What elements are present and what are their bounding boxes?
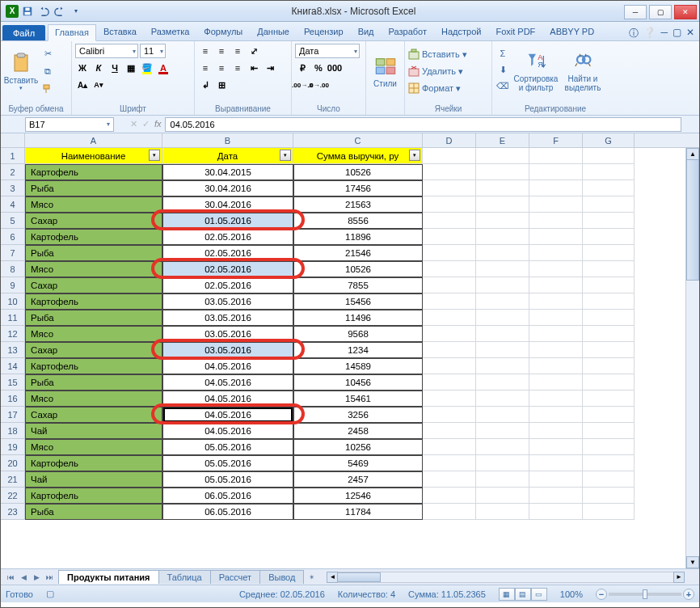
empty-cell[interactable] [476,504,529,520]
empty-cell[interactable] [423,455,476,471]
empty-cell[interactable] [583,423,635,439]
cell[interactable]: 15461 [293,391,423,407]
cell[interactable]: 1234 [293,342,423,358]
vertical-scrollbar[interactable] [685,148,699,568]
cell[interactable]: 04.05.2016 [162,374,293,391]
cell[interactable]: Мясо [25,391,162,407]
empty-cell[interactable] [583,245,635,261]
cancel-formula-icon[interactable]: ✕ [130,119,137,129]
empty-cell[interactable] [583,342,635,358]
tab-надстрой[interactable]: Надстрой [434,23,488,40]
cell[interactable]: Картофель [25,164,162,180]
col-header-F[interactable]: F [529,133,583,147]
row-header[interactable]: 22 [1,488,25,504]
format-cells-button[interactable]: Формат ▾ [408,80,461,96]
filter-dropdown-icon[interactable]: ▾ [409,150,420,161]
empty-cell[interactable] [423,196,476,213]
col-header-G[interactable]: G [583,133,635,147]
qat-more[interactable]: ▾ [69,4,83,19]
tab-разметка[interactable]: Разметка [144,23,197,40]
row-header[interactable]: 11 [1,310,25,326]
col-header-D[interactable]: D [423,133,476,147]
cell[interactable]: Рыба [25,374,162,391]
increase-font-button[interactable]: A▴ [75,78,90,92]
cell[interactable]: 3256 [293,407,423,423]
empty-cell[interactable] [476,358,529,374]
empty-cell[interactable] [583,455,635,471]
fill-button[interactable]: ⬇ [495,62,510,77]
align-bottom-button[interactable]: ≡ [230,44,245,58]
underline-button[interactable]: Ч [108,61,122,75]
empty-cell[interactable] [529,326,583,342]
empty-cell[interactable] [476,326,529,342]
empty-cell[interactable] [583,374,635,391]
cell[interactable]: 17456 [293,180,423,196]
cell[interactable]: 06.05.2016 [162,488,293,504]
maximize-button[interactable]: ▢ [649,5,672,19]
save-button[interactable] [20,4,35,19]
zoom-in-button[interactable]: + [683,589,694,600]
cell[interactable]: Мясо [25,261,162,277]
cell[interactable]: Картофель [25,455,162,471]
cell[interactable]: 30.04.2016 [162,180,293,196]
row-header[interactable]: 14 [1,358,25,374]
cell[interactable]: 04.05.2016 [162,423,293,439]
sheet-tab[interactable]: Продукты питания [58,570,159,584]
tab-вставка[interactable]: Вставка [96,23,144,40]
cell[interactable]: Сахар [25,407,162,423]
table-header-cell[interactable]: Наименование▾ [25,148,162,164]
tab-главная[interactable]: Главная [48,24,96,41]
cell[interactable]: 30.04.2015 [162,164,293,180]
row-header[interactable]: 17 [1,407,25,423]
cell[interactable]: 02.05.2016 [162,245,293,261]
paste-button[interactable]: Вставить▾ [4,44,38,99]
cell[interactable]: 10526 [293,164,423,180]
help-minimize-icon[interactable]: ⓘ [629,27,639,40]
row-header[interactable]: 18 [1,423,25,439]
cell[interactable]: 5469 [293,455,423,471]
row-header[interactable]: 13 [1,342,25,358]
row-header[interactable]: 12 [1,326,25,342]
empty-cell[interactable] [423,148,476,164]
empty-cell[interactable] [529,277,583,293]
empty-cell[interactable] [529,180,583,196]
cell[interactable]: Картофель [25,229,162,245]
empty-cell[interactable] [476,245,529,261]
sort-filter-button[interactable]: АЯ Сортировка и фильтр [512,44,559,99]
row-header[interactable]: 23 [1,504,25,520]
format-painter-button[interactable] [40,82,55,96]
cell[interactable]: 12546 [293,488,423,504]
empty-cell[interactable] [476,439,529,455]
cell[interactable]: 14589 [293,358,423,374]
empty-cell[interactable] [529,245,583,261]
empty-cell[interactable] [529,229,583,245]
empty-cell[interactable] [423,180,476,196]
doc-restore[interactable]: ▢ [673,27,681,40]
empty-cell[interactable] [529,213,583,229]
col-header-C[interactable]: C [293,133,423,147]
comma-button[interactable]: 000 [327,61,342,75]
indent-dec-button[interactable]: ⇤ [247,61,261,75]
cell[interactable]: Сахар [25,277,162,293]
row-header[interactable]: 21 [1,471,25,488]
enter-formula-icon[interactable]: ✓ [142,119,150,129]
empty-cell[interactable] [476,407,529,423]
doc-close[interactable]: ✕ [686,27,694,40]
cell[interactable]: 10256 [293,439,423,455]
empty-cell[interactable] [423,245,476,261]
clear-button[interactable]: ⌫ [495,78,510,93]
row-header[interactable]: 8 [1,261,25,277]
cell[interactable]: 04.05.2016 [162,358,293,374]
col-header-B[interactable]: B [162,133,293,147]
empty-cell[interactable] [423,164,476,180]
cell[interactable]: 03.05.2016 [162,326,293,342]
empty-cell[interactable] [476,391,529,407]
row-header[interactable]: 3 [1,180,25,196]
font-size-combo[interactable]: 11 [140,44,166,58]
empty-cell[interactable] [529,196,583,213]
empty-cell[interactable] [529,164,583,180]
row-header[interactable]: 20 [1,455,25,471]
fill-color-button[interactable]: 🪣 [140,61,154,75]
empty-cell[interactable] [476,293,529,310]
empty-cell[interactable] [423,326,476,342]
